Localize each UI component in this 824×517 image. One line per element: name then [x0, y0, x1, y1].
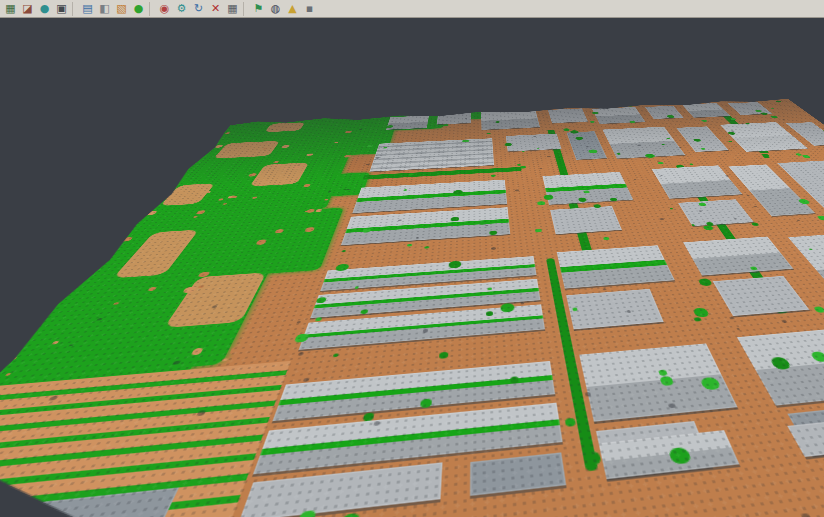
more-tools-icon[interactable]: ▪ — [301, 1, 318, 17]
tree-tuft — [424, 246, 429, 249]
tree-tuft — [771, 108, 775, 109]
tree-tuft — [795, 153, 802, 155]
shadow-dot — [586, 146, 590, 147]
building-roof — [550, 206, 622, 234]
building-roof — [682, 103, 730, 118]
shadow-dot — [733, 218, 737, 220]
ground-speck — [221, 358, 228, 362]
grid-view-icon[interactable]: ▦ — [224, 1, 241, 17]
shadow-dot — [660, 175, 663, 176]
tree-tuft — [583, 190, 590, 193]
shadow-dot — [633, 179, 636, 180]
ground-speck — [211, 145, 215, 146]
tree-tuft — [443, 124, 449, 126]
sphere-green-icon[interactable]: ● — [130, 1, 147, 17]
tree-tuft — [808, 248, 812, 250]
shadow-dot — [547, 156, 551, 158]
tree-tuft — [666, 103, 668, 104]
tree-tuft — [338, 513, 361, 517]
tree-tuft — [644, 154, 655, 158]
point-cloud-icon[interactable]: ● — [36, 1, 53, 17]
tree-tuft — [563, 128, 570, 131]
building-roof — [481, 109, 540, 130]
tree-tuft — [590, 121, 595, 123]
open-project-icon[interactable]: ▦ — [2, 1, 19, 17]
tree-tuft — [578, 197, 588, 201]
tree-tuft — [342, 250, 346, 252]
shadow-dot — [691, 118, 693, 119]
shadow-dot — [298, 351, 305, 355]
tree-tuft — [439, 352, 448, 359]
tree-tuft — [775, 101, 782, 103]
shadow-dot — [540, 168, 542, 169]
tree-tuft — [701, 120, 707, 122]
tree-tuft — [770, 116, 779, 119]
shadow-dot — [303, 377, 310, 381]
tree-tuft — [565, 418, 576, 427]
tree-tuft — [332, 353, 339, 357]
delete-selection-icon[interactable]: ✕ — [207, 1, 224, 17]
building-roof — [548, 108, 588, 123]
shadow-dot — [494, 122, 496, 123]
building-roof — [542, 172, 633, 205]
tree-tuft — [570, 130, 579, 133]
bounding-box-icon[interactable]: ▧ — [113, 1, 130, 17]
shadow-dot — [491, 247, 496, 250]
refresh-view-icon[interactable]: ↻ — [190, 1, 207, 17]
measure-icon[interactable]: ▲ — [284, 1, 301, 17]
target-icon[interactable]: ◉ — [156, 1, 173, 17]
tree-tuft — [728, 141, 733, 143]
building-roof — [470, 452, 566, 495]
tree-tuft — [491, 174, 496, 176]
shadow-dot — [515, 189, 519, 191]
tree-tuft — [403, 189, 407, 191]
settings-gear-icon[interactable]: ⚙ — [173, 1, 190, 17]
tree-tuft — [588, 149, 598, 153]
shadow-dot — [797, 220, 801, 221]
tree-tuft — [627, 104, 634, 106]
toolbar-separator — [243, 2, 248, 16]
tree-tuft — [658, 162, 664, 164]
tree-tuft — [407, 244, 412, 247]
tree-tuft — [694, 317, 702, 321]
ground-speck — [246, 348, 259, 356]
tree-tuft — [691, 224, 695, 226]
shadow-dot — [602, 288, 606, 290]
tree-tuft — [315, 317, 322, 321]
classify-flag-icon[interactable]: ⚑ — [250, 1, 267, 17]
shadow-dot — [730, 130, 734, 131]
building-roof — [341, 207, 510, 245]
tree-tuft — [617, 153, 621, 155]
tree-tuft — [520, 166, 526, 169]
main-toolbar: ▦◪●▣▤◧▧●◉⚙↻✕▦⚑◍▲▪ — [0, 0, 824, 18]
display-mode-icon[interactable]: ▣ — [53, 1, 70, 17]
save-icon[interactable]: ◪ — [19, 1, 36, 17]
shadow-dot — [542, 116, 544, 117]
toolbar-separator — [72, 2, 77, 16]
terrain-point-cloud — [0, 97, 824, 517]
tree-tuft — [630, 121, 636, 123]
shadow-dot — [296, 321, 300, 324]
tree-tuft — [522, 151, 525, 152]
shadow-dot — [782, 119, 786, 120]
tree-tuft — [487, 133, 490, 134]
tree-tuft — [537, 201, 545, 205]
building-roof — [592, 107, 645, 124]
shadow-dot — [729, 317, 734, 320]
toolbar-separator — [149, 2, 154, 16]
shadow-dot — [585, 392, 591, 396]
document-icon[interactable]: ▤ — [79, 1, 96, 17]
globe-icon[interactable]: ◍ — [267, 1, 284, 17]
mesh-cube-icon[interactable]: ◧ — [96, 1, 113, 17]
shadow-dot — [521, 302, 524, 304]
shadow-dot — [637, 145, 641, 147]
building-roof — [602, 127, 685, 159]
tree-tuft — [801, 155, 811, 158]
tree-tuft — [669, 208, 673, 210]
building-roof — [386, 115, 429, 129]
3d-viewport[interactable] — [0, 18, 824, 517]
shadow-dot — [801, 513, 812, 517]
shadow-dot — [659, 218, 664, 220]
tree-tuft — [760, 112, 769, 115]
tree-tuft — [420, 398, 432, 408]
